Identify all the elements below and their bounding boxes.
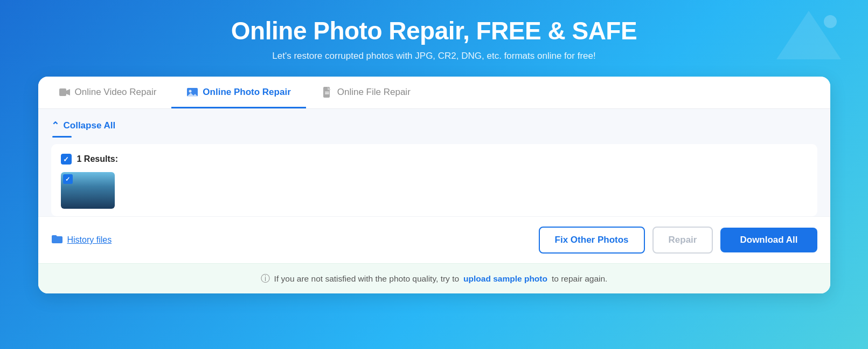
repair-button: Repair (652, 227, 713, 254)
info-icon: ⓘ (261, 272, 270, 285)
card-body: ⌃ Collapse All 1 Results: (38, 109, 830, 216)
svg-point-1 (824, 15, 837, 28)
upload-sample-link[interactable]: upload sample photo (463, 274, 547, 284)
header-section: Online Photo Repair, FREE & SAFE Let's r… (231, 16, 637, 61)
photo-thumbnail (61, 172, 115, 209)
results-header: 1 Results: (61, 154, 808, 165)
svg-rect-9 (325, 93, 329, 94)
collapse-all-button[interactable]: Collapse All (64, 120, 116, 131)
info-bar: ⓘ If you are not satisfied with the phot… (38, 263, 830, 293)
action-buttons: Fix Other Photos Repair Download All (539, 227, 817, 254)
results-count: 1 Results: (77, 154, 118, 164)
svg-marker-3 (66, 89, 70, 95)
select-all-checkbox[interactable] (61, 154, 72, 165)
tab-file-label: Online File Repair (337, 87, 411, 98)
fix-other-photos-button[interactable]: Fix Other Photos (539, 227, 645, 254)
tab-underline (52, 136, 72, 138)
tab-bar: Online Video Repair Online Photo Repair (38, 77, 830, 109)
svg-marker-0 (776, 11, 841, 59)
svg-rect-8 (325, 92, 329, 93)
tab-video-label: Online Video Repair (75, 87, 157, 98)
page-subtitle: Let's restore corrupted photos with JPG,… (231, 51, 637, 61)
folder-icon (51, 234, 63, 247)
svg-rect-2 (59, 88, 66, 96)
main-card: Online Video Repair Online Photo Repair (38, 77, 830, 293)
chevron-up-icon: ⌃ (51, 120, 59, 132)
page-title: Online Photo Repair, FREE & SAFE (231, 16, 637, 45)
deco-shape (776, 11, 841, 76)
svg-point-5 (189, 90, 192, 93)
tab-photo-repair[interactable]: Online Photo Repair (171, 77, 305, 108)
info-suffix: to repair again. (552, 274, 607, 284)
photo-icon (186, 86, 198, 98)
tab-photo-label: Online Photo Repair (203, 87, 290, 98)
card-footer: History files Fix Other Photos Repair Do… (38, 216, 830, 263)
download-all-button[interactable]: Download All (720, 228, 817, 252)
tab-file-repair[interactable]: Online File Repair (306, 77, 426, 108)
history-files-link[interactable]: History files (51, 234, 112, 247)
results-panel: 1 Results: (51, 144, 817, 216)
tab-video-repair[interactable]: Online Video Repair (44, 77, 172, 108)
info-prefix: If you are not satisfied with the photo … (274, 274, 459, 284)
file-icon (321, 86, 333, 98)
collapse-all-row: ⌃ Collapse All (51, 120, 817, 136)
video-icon (59, 86, 71, 98)
thumb-checkbox[interactable] (63, 174, 73, 184)
history-files-label: History files (67, 235, 112, 245)
